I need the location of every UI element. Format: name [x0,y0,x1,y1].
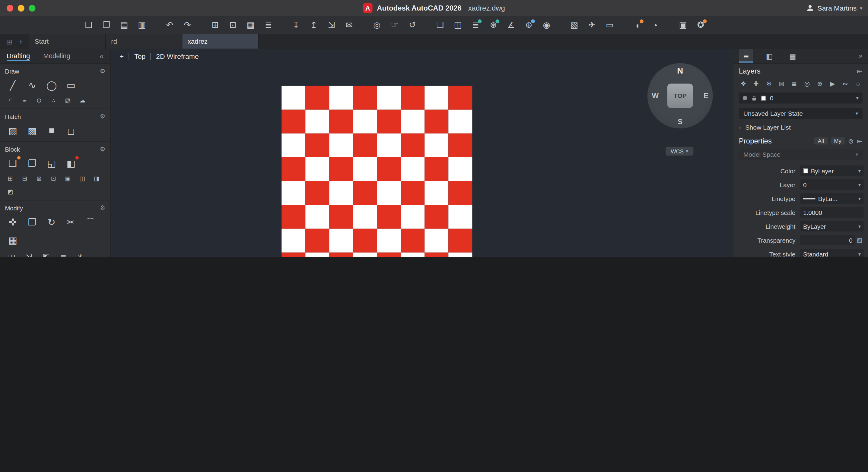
ellipse-icon[interactable]: ⊜ [34,96,44,105]
rectangle-icon[interactable]: ▭ [63,78,79,93]
create-block-icon[interactable]: ❐ [25,156,40,171]
write-block-icon[interactable]: ▣ [63,174,73,183]
transparency-slider-icon[interactable]: ▨ [855,236,864,243]
point-icon[interactable]: ∴ [48,96,59,105]
arc-icon[interactable]: ◜ [5,96,16,105]
viewcube-west[interactable]: W [652,92,659,100]
undo-icon[interactable]: ↶ [163,19,176,32]
pan-icon[interactable]: ☞ [388,19,401,32]
export-dwf-icon[interactable]: ↥ [307,19,320,32]
block-editor-icon[interactable]: ⊡ [48,174,59,183]
expand-panels-icon[interactable]: » [859,52,862,60]
prop-field-lineweight[interactable]: ByLayer▾ [800,221,864,232]
tab-drafting[interactable]: Drafting [7,51,30,61]
blocks-palette-tab-icon[interactable]: ◧ [762,49,777,63]
draw-options-gear-icon[interactable]: ⚙ [100,68,105,75]
xref-icon[interactable]: ◫ [451,19,464,32]
zoom-window-icon[interactable] [29,5,36,11]
stretch-icon[interactable]: ⇲ [22,251,35,257]
save-as-icon[interactable]: ▥ [135,19,149,32]
show-layer-list-toggle[interactable]: › Show Layer List [739,124,863,131]
prop-field-transparency[interactable]: 0 [800,235,855,245]
close-window-icon[interactable] [7,5,13,11]
insert-block-palette-icon[interactable]: ❏ [5,156,21,171]
array-icon[interactable]: ▦ [5,233,21,247]
layer-state-dropdown[interactable]: Unsaved Layer State ▾ [739,108,863,119]
hatch-gradient-icon[interactable]: ▩ [25,124,40,138]
hatch-pattern-icon[interactable]: ▨ [5,124,21,138]
gradient-icon[interactable]: ▧ [63,96,73,105]
quick-select-icon[interactable]: ⊚ [848,137,854,145]
etransmit-icon[interactable]: ✉ [342,19,356,32]
hatch-solid-icon[interactable]: ■ [44,124,59,138]
page-setup-icon[interactable]: ▦ [244,19,257,32]
current-layer-dropdown[interactable]: 0 ▾ [739,93,863,104]
new-layer-icon[interactable]: ✚ [751,79,762,89]
redo-icon[interactable]: ↷ [181,19,194,32]
revision-cloud-icon[interactable]: ☁ [77,96,88,105]
batch-plot-icon[interactable]: ≣ [261,19,275,32]
match-layer-icon[interactable]: ∾ [840,79,851,89]
send-to-icon[interactable]: ✈ [585,19,598,32]
filter-my-button[interactable]: My [831,137,845,145]
save-icon[interactable]: ▤ [117,19,131,32]
export-pdf-icon[interactable]: ↧ [289,19,303,32]
nested-block-icon[interactable]: ◫ [77,174,88,183]
plot-icon[interactable]: ⊞ [209,19,222,32]
count-icon[interactable]: ⊕ [522,19,535,32]
merge-layers-icon[interactable]: ⊕ [814,79,826,89]
lock-layer-icon[interactable]: ⊠ [776,79,787,89]
notifications-icon[interactable]: ◔ [649,19,662,32]
block-attributes-icon[interactable]: ◧ [63,156,79,171]
auto-hide-panel-icon[interactable]: ⇤ [857,67,862,75]
prop-field-layer[interactable]: 0▾ [800,179,864,190]
viewcube-south[interactable]: S [678,117,682,126]
checkerboard-drawing[interactable] [281,86,472,257]
plot-preview-icon[interactable]: ⊡ [226,19,240,32]
measure-icon[interactable]: ∡ [504,19,518,32]
replace-block-icon[interactable]: ◨ [91,174,102,183]
file-tab-rd[interactable]: rd [105,34,182,49]
prop-field-color[interactable]: ByLayer▾ [800,166,864,176]
hatch-options-gear-icon[interactable]: ⚙ [100,113,105,120]
polyline-icon[interactable]: ∿ [25,78,40,93]
modify-options-gear-icon[interactable]: ⚙ [100,204,105,211]
minimize-window-icon[interactable] [18,5,25,11]
help-icon[interactable]: ✪ [694,19,707,32]
move-icon[interactable]: ✜ [5,215,21,229]
space-selector[interactable]: Model Space ▾ [739,149,863,160]
viewport-menu-control[interactable]: + [120,53,124,61]
new-drawing-tab-icon[interactable]: + [19,37,23,46]
file-tab-start[interactable]: Start [29,34,105,49]
freeze-layer-icon[interactable]: ❄ [763,79,774,89]
filter-all-button[interactable]: All [815,137,827,145]
explode-icon[interactable]: ✳ [73,251,87,257]
sync-attributes-icon[interactable]: ⊟ [19,174,30,183]
offset-icon[interactable]: ≣ [56,251,70,257]
layer-tools-icon[interactable]: ≣ [469,19,482,32]
drawing-canvas[interactable]: + Top 2D Wireframe N S W E TOP WCS ▾ Spe… [111,49,733,257]
viewcube-top-face[interactable]: TOP [668,83,693,108]
file-tab-xadrez[interactable]: xadrez [182,34,259,49]
turn-off-layer-icon[interactable]: ◌ [852,79,864,89]
viewport-visual-style-control[interactable]: 2D Wireframe [156,53,199,61]
mirror-icon[interactable]: ◫ [5,251,19,257]
image-attach-icon[interactable]: ▭ [603,19,616,32]
viewcube[interactable]: N S W E TOP [647,63,713,128]
new-file-icon[interactable]: ❏ [82,19,95,32]
viewcube-north[interactable]: N [677,66,683,75]
rotate-icon[interactable]: ↻ [44,215,59,229]
prop-field-linetype-scale[interactable]: 1.0000 [800,207,864,217]
block-options-gear-icon[interactable]: ⚙ [100,145,105,153]
open-file-icon[interactable]: ❒ [100,19,113,32]
scale-icon[interactable]: ⇱ [39,251,53,257]
trim-icon[interactable]: ✂ [63,215,79,229]
hatch-boundary-icon[interactable]: ◻ [63,124,79,138]
trace-icon[interactable]: ◖ [631,19,644,32]
user-menu[interactable]: Sara Martins ▾ [806,4,863,12]
insert-block-icon[interactable]: ❑ [434,19,447,32]
fillet-icon[interactable]: ⌒ [83,215,98,229]
viewcube-east[interactable]: E [704,92,708,100]
layer-walk-icon[interactable]: ▶ [827,79,838,89]
spline-icon[interactable]: ≈ [19,96,30,105]
